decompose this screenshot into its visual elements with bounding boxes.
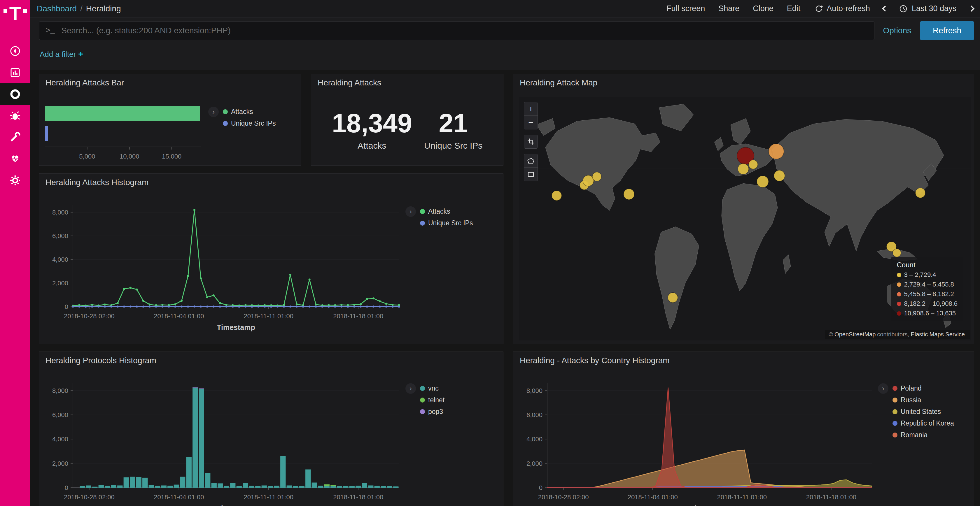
- continent-africa: [722, 183, 778, 290]
- attack-map-marker[interactable]: [749, 160, 758, 169]
- attack-map-marker[interactable]: [624, 189, 635, 200]
- sidebar-item-devtools[interactable]: [0, 127, 30, 148]
- add-filter-link[interactable]: Add a filter+: [40, 50, 83, 59]
- legend-label: Unique Src IPs: [428, 219, 473, 227]
- svg-text:2018-11-11 01:00: 2018-11-11 01:00: [244, 312, 293, 320]
- legend-item[interactable]: pop3: [420, 408, 444, 416]
- attack-map-marker[interactable]: [738, 163, 749, 174]
- legend-toggle[interactable]: ›: [878, 383, 888, 394]
- attacks-histogram-chart[interactable]: 02,0004,0006,0008,0002018-10-28 02:00201…: [41, 199, 403, 333]
- map-legend-row: 5,455.8 – 8,182.2: [897, 290, 958, 298]
- legend-item[interactable]: Romania: [892, 431, 954, 439]
- legend-item[interactable]: Republic of Korea: [892, 419, 954, 427]
- map-rectangle-tool-button[interactable]: [524, 168, 538, 181]
- share-button[interactable]: Share: [718, 4, 740, 13]
- chevron-right-icon: [968, 6, 974, 12]
- map-fit-data-button[interactable]: [524, 135, 538, 148]
- map-zoom-in-button[interactable]: +: [524, 102, 538, 116]
- legend-label: vnc: [428, 384, 439, 392]
- map-legend-range: 8,182.2 – 10,908.6: [904, 300, 958, 308]
- svg-text:2018-10-28 02:00: 2018-10-28 02:00: [64, 493, 115, 501]
- sidebar-item-bug[interactable]: [0, 105, 30, 127]
- map-controls: + −: [524, 102, 538, 181]
- legend-item[interactable]: Unique Src IPs: [420, 219, 473, 227]
- svg-text:2018-10-28 02:00: 2018-10-28 02:00: [538, 493, 589, 501]
- legend-item[interactable]: Unique Src IPs: [223, 119, 275, 127]
- attack-map-marker[interactable]: [774, 170, 785, 181]
- legend-item[interactable]: Russia: [892, 396, 954, 404]
- continent-uk: [714, 137, 723, 151]
- map-legend-row: 8,182.2 – 10,908.6: [897, 300, 958, 308]
- panel-title: Heralding Attack Map: [520, 78, 597, 87]
- legend-label: Attacks: [231, 108, 253, 116]
- continent-greenland: [659, 104, 694, 131]
- sidebar-item-visualize[interactable]: [0, 62, 30, 83]
- legend-item[interactable]: Attacks: [223, 108, 275, 116]
- app-sidebar: T: [0, 0, 30, 506]
- auto-refresh-button[interactable]: Auto-refresh: [815, 4, 870, 13]
- legend-color-dot: [223, 109, 228, 114]
- attack-map-marker[interactable]: [583, 175, 593, 186]
- map-polygon-tool-button[interactable]: [524, 154, 538, 168]
- search-input[interactable]: >_: [39, 21, 874, 40]
- map-legend-range: 5,455.8 – 8,182.2: [904, 290, 954, 298]
- svg-text:5,000: 5,000: [79, 153, 95, 160]
- attack-map-marker[interactable]: [893, 249, 901, 257]
- sidebar-item-monitoring[interactable]: [0, 148, 30, 170]
- gear-icon: [9, 174, 22, 187]
- attack-map-marker[interactable]: [768, 144, 784, 159]
- map-attribution: ©OpenStreetMapcontributors,Elastic Maps …: [825, 330, 970, 339]
- breadcrumb-dashboard-link[interactable]: Dashboard: [37, 4, 77, 13]
- full-screen-button[interactable]: Full screen: [667, 4, 705, 13]
- legend-color-dot: [892, 421, 897, 426]
- attack-map-marker[interactable]: [757, 176, 768, 187]
- search-input-field[interactable]: [60, 25, 867, 36]
- time-forward-button[interactable]: [969, 6, 974, 11]
- sidebar-item-dashboard[interactable]: [0, 83, 30, 105]
- clone-button[interactable]: Clone: [753, 4, 773, 13]
- telekom-logo[interactable]: T: [0, 0, 30, 32]
- legend-item[interactable]: vnc: [420, 384, 444, 392]
- time-range-picker[interactable]: Last 30 days: [899, 4, 956, 13]
- refresh-button[interactable]: Refresh: [920, 21, 974, 40]
- attack-map-marker[interactable]: [915, 188, 925, 198]
- legend-item[interactable]: telnet: [420, 396, 444, 404]
- legend-toggle[interactable]: ›: [406, 206, 416, 217]
- attack-map-marker[interactable]: [592, 172, 601, 181]
- svg-text:15,000: 15,000: [162, 153, 181, 160]
- legend-item[interactable]: United States: [892, 408, 954, 416]
- openstreetmap-link[interactable]: OpenStreetMap: [834, 331, 876, 338]
- legend-item[interactable]: Poland: [892, 384, 954, 392]
- legend-toggle[interactable]: ›: [406, 383, 416, 394]
- map-legend-title: Count: [897, 261, 958, 269]
- country-histogram-chart[interactable]: 02,0004,0006,0008,0002018-10-28 02:00201…: [515, 378, 876, 506]
- legend-label: Republic of Korea: [900, 419, 954, 427]
- map-legend-color-dot: [897, 302, 901, 306]
- options-link[interactable]: Options: [883, 26, 912, 35]
- attack-map-marker[interactable]: [668, 293, 678, 303]
- map-legend-range: 3 – 2,729.4: [904, 271, 936, 279]
- legend-toggle[interactable]: ›: [208, 107, 219, 117]
- svg-text:4,000: 4,000: [52, 435, 68, 443]
- protocols-histogram-chart[interactable]: 02,0004,0006,0008,0002018-10-28 02:00201…: [41, 378, 403, 506]
- legend-item[interactable]: Attacks: [420, 208, 473, 216]
- legend-label: Russia: [900, 396, 921, 404]
- attack-map-marker[interactable]: [552, 190, 562, 200]
- time-back-button[interactable]: [883, 6, 887, 11]
- sidebar-item-management[interactable]: [0, 170, 30, 191]
- map-legend-row: 3 – 2,729.4: [897, 271, 958, 279]
- legend-color-dot: [892, 409, 897, 414]
- crop-icon: [527, 138, 535, 146]
- legend-color-dot: [892, 433, 897, 438]
- legend-color-dot: [420, 386, 425, 391]
- map-zoom-out-button[interactable]: −: [524, 116, 538, 129]
- edit-button[interactable]: Edit: [787, 4, 800, 13]
- sidebar-item-discover[interactable]: [0, 40, 30, 62]
- svg-text:2,000: 2,000: [52, 279, 68, 287]
- chart-legend: › PolandRussiaUnited StatesRepublic of K…: [878, 383, 954, 439]
- metric-value: 18,349: [332, 108, 412, 138]
- attack-map[interactable]: + − Count 3 – 2,729.42,729.4 – 5,455.85,…: [519, 97, 971, 341]
- continent-asia: [772, 119, 944, 251]
- elastic-maps-service-link[interactable]: Elastic Maps Service: [911, 331, 965, 338]
- attacks-bar-chart[interactable]: 5,00010,00015,000: [43, 102, 206, 162]
